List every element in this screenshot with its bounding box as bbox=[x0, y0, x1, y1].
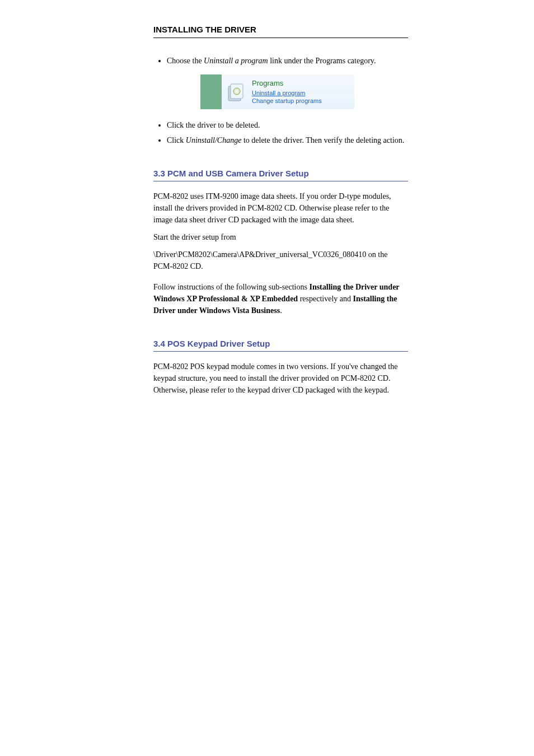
para-text: respectively and bbox=[298, 295, 353, 303]
list-item: Click the driver to be deleted. bbox=[167, 119, 408, 131]
subsection-heading: 3.4 POS Keypad Driver Setup bbox=[153, 339, 408, 352]
step-list: Choose the Uninstall a program link unde… bbox=[159, 55, 408, 146]
paragraph: PCM-8202 POS keypad module comes in two … bbox=[153, 361, 408, 396]
list-item: Click Uninstall/Change to delete the dri… bbox=[167, 134, 408, 146]
step-text: link under the Programs category. bbox=[268, 57, 376, 65]
driver-path: \Driver\PCM8202\Camera\AP&Driver_univers… bbox=[153, 249, 408, 272]
ui-term: Uninstall/Change bbox=[186, 136, 242, 144]
para-text: . bbox=[280, 306, 282, 315]
svg-rect-3 bbox=[235, 90, 238, 93]
change-startup-link[interactable]: Change startup programs bbox=[252, 97, 322, 105]
programs-icon bbox=[222, 74, 250, 109]
card-left-strip bbox=[200, 74, 222, 109]
step-text: to delete the driver. Then verify the de… bbox=[241, 136, 404, 144]
programs-heading: Programs bbox=[252, 78, 322, 88]
ui-term: Uninstall a program bbox=[204, 57, 268, 65]
para-text: Follow instructions of the following sub… bbox=[153, 283, 309, 291]
subsection-heading: 3.3 PCM and USB Camera Driver Setup bbox=[153, 169, 408, 181]
paragraph: Follow instructions of the following sub… bbox=[153, 281, 408, 316]
step-text: Choose the bbox=[167, 57, 204, 65]
list-item: Choose the Uninstall a program link unde… bbox=[167, 55, 408, 109]
section-title: INSTALLING THE DRIVER bbox=[153, 25, 408, 38]
control-panel-programs-card: Programs Uninstall a program Change star… bbox=[200, 74, 354, 109]
step-text: Click bbox=[167, 136, 186, 144]
figure-programs-item: Programs Uninstall a program Change star… bbox=[200, 74, 408, 109]
uninstall-program-link[interactable]: Uninstall a program bbox=[252, 89, 322, 97]
step-text: Click the driver to be deleted. bbox=[167, 121, 260, 129]
paragraph: Start the driver setup from bbox=[153, 231, 408, 243]
paragraph: PCM-8202 uses ITM-9200 image data sheets… bbox=[153, 190, 408, 226]
